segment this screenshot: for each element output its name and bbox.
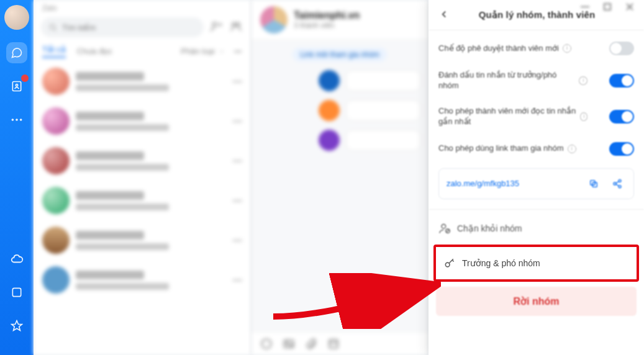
option-link-join: Cho phép dùng link tham gia nhómi bbox=[429, 135, 644, 163]
conversation-item[interactable]: •••• bbox=[34, 220, 251, 260]
group-admins-button[interactable]: Trưởng & phó nhóm bbox=[436, 248, 637, 278]
info-icon[interactable]: i bbox=[563, 44, 571, 53]
info-icon[interactable]: i bbox=[580, 112, 587, 121]
info-icon[interactable]: i bbox=[568, 145, 576, 153]
image-icon[interactable] bbox=[283, 338, 295, 350]
svg-point-25 bbox=[445, 263, 450, 267]
tab-all[interactable]: Tất cả bbox=[42, 45, 66, 58]
user-avatar[interactable] bbox=[4, 5, 29, 30]
svg-point-16 bbox=[286, 342, 288, 344]
svg-point-3 bbox=[16, 119, 18, 121]
group-admins-label: Trưởng & phó nhóm bbox=[462, 258, 540, 268]
svg-point-23 bbox=[442, 224, 446, 228]
leave-group-button[interactable]: Rời nhóm bbox=[436, 287, 637, 316]
svg-point-11 bbox=[235, 51, 236, 52]
option-approve-members: Chế độ phê duyệt thành viên mớii bbox=[429, 34, 644, 63]
invite-link-pill[interactable]: Link mời tham gia nhóm bbox=[293, 48, 387, 61]
svg-rect-17 bbox=[329, 339, 337, 348]
sticker-icon[interactable] bbox=[260, 338, 273, 350]
svg-rect-28 bbox=[604, 4, 610, 10]
conversation-item[interactable]: •••• bbox=[34, 141, 251, 181]
svg-point-9 bbox=[232, 23, 236, 27]
svg-point-20 bbox=[619, 179, 621, 182]
back-button[interactable] bbox=[438, 9, 451, 21]
svg-rect-5 bbox=[12, 288, 20, 296]
share-link-button[interactable] bbox=[609, 175, 626, 192]
more-icon[interactable] bbox=[234, 47, 242, 56]
conversation-item[interactable]: •••• bbox=[34, 260, 251, 300]
block-from-group[interactable]: Chặn khỏi nhóm bbox=[429, 213, 644, 243]
copy-link-button[interactable] bbox=[585, 175, 602, 192]
svg-rect-27 bbox=[581, 6, 589, 7]
toggle-mark-admin[interactable] bbox=[609, 74, 634, 88]
svg-point-8 bbox=[212, 22, 217, 27]
svg-point-14 bbox=[262, 339, 271, 348]
tab-filter[interactable]: Phân loại bbox=[181, 47, 215, 56]
key-icon bbox=[443, 257, 456, 269]
info-icon[interactable]: i bbox=[579, 76, 587, 85]
invite-link-text[interactable]: zalo.me/g/mfkgb135 bbox=[447, 179, 579, 188]
conversation-item[interactable]: •••• bbox=[34, 181, 251, 220]
toggle-link-join[interactable] bbox=[609, 142, 634, 156]
svg-point-13 bbox=[240, 51, 241, 52]
svg-marker-6 bbox=[12, 321, 22, 331]
svg-point-1 bbox=[16, 84, 17, 86]
conversation-item[interactable]: •••• bbox=[34, 61, 251, 101]
search-icon bbox=[48, 23, 57, 32]
nav-more-icon[interactable] bbox=[6, 109, 27, 130]
nav-cloud-icon[interactable] bbox=[6, 248, 27, 269]
nav-star-icon[interactable] bbox=[6, 315, 27, 336]
attach-icon[interactable] bbox=[305, 338, 317, 350]
nav-contact-icon[interactable] bbox=[6, 76, 27, 97]
conversation-item[interactable]: •••• bbox=[34, 101, 251, 141]
svg-point-10 bbox=[236, 23, 240, 27]
nav-chat-icon[interactable] bbox=[6, 42, 27, 63]
create-group-icon[interactable] bbox=[230, 20, 243, 34]
search-placeholder: Tìm kiếm bbox=[62, 23, 96, 32]
group-avatar[interactable] bbox=[260, 6, 288, 34]
search-input[interactable]: Tìm kiếm bbox=[41, 17, 204, 37]
app-name: Zalo bbox=[34, 0, 251, 12]
invite-link-row: zalo.me/g/mfkgb135 bbox=[438, 168, 634, 199]
option-mark-admin-msg: Đánh dấu tin nhắn từ trưởng/phó nhómi bbox=[429, 63, 644, 99]
chat-title: Taimienphi.vn bbox=[294, 10, 360, 21]
member-count: 3 thành viên bbox=[294, 21, 334, 30]
svg-point-7 bbox=[50, 24, 55, 29]
window-close[interactable] bbox=[624, 2, 635, 11]
svg-rect-15 bbox=[284, 340, 294, 348]
option-new-member-read: Cho phép thành viên mới đọc tin nhắn gần… bbox=[429, 99, 644, 135]
chevron-down-icon bbox=[219, 48, 225, 55]
svg-point-22 bbox=[619, 185, 621, 187]
nav-task-icon[interactable] bbox=[6, 282, 27, 303]
window-maximize[interactable] bbox=[602, 2, 613, 11]
block-icon bbox=[438, 222, 451, 235]
screenshot-icon[interactable] bbox=[327, 338, 340, 350]
svg-point-4 bbox=[20, 119, 22, 121]
svg-point-2 bbox=[12, 119, 14, 121]
tab-unread[interactable]: Chưa đọc bbox=[77, 47, 112, 56]
svg-point-21 bbox=[614, 182, 616, 185]
toggle-approve[interactable] bbox=[609, 42, 634, 55]
svg-point-12 bbox=[237, 51, 238, 52]
add-friend-icon[interactable] bbox=[210, 20, 224, 34]
toggle-new-read[interactable] bbox=[609, 110, 634, 124]
window-minimize[interactable] bbox=[579, 2, 591, 11]
